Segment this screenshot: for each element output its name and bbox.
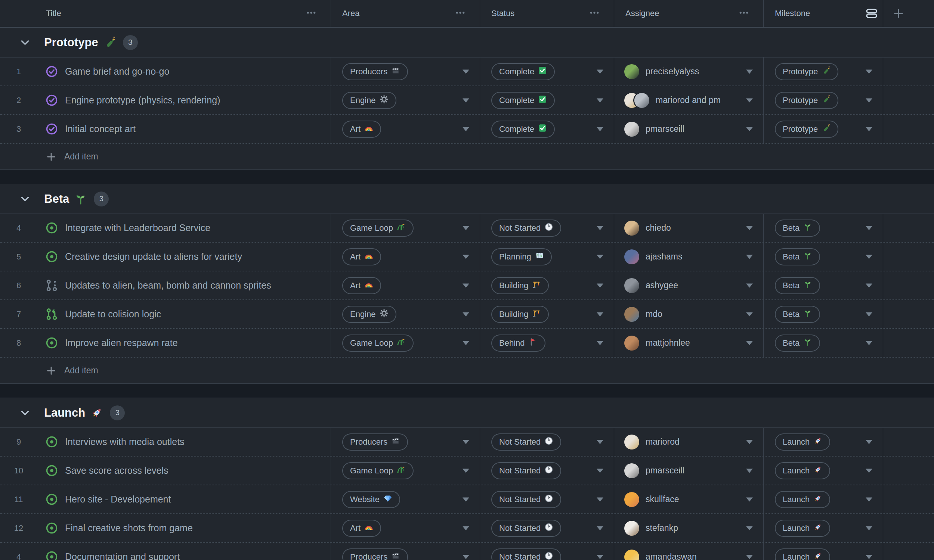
avatar-stack[interactable] <box>624 122 639 137</box>
dropdown-caret-icon[interactable] <box>866 98 872 102</box>
column-header-title[interactable]: Title <box>0 0 331 27</box>
avatar-stack[interactable] <box>624 278 639 293</box>
avatar[interactable] <box>624 335 639 351</box>
column-menu-icon[interactable] <box>455 8 465 19</box>
dropdown-caret-icon[interactable] <box>746 98 753 102</box>
status-pill[interactable]: Complete <box>491 92 555 109</box>
dropdown-caret-icon[interactable] <box>462 341 469 345</box>
avatar[interactable] <box>634 93 649 108</box>
dropdown-caret-icon[interactable] <box>596 69 603 74</box>
milestone-pill[interactable]: Launch <box>775 434 830 451</box>
dropdown-caret-icon[interactable] <box>596 469 603 472</box>
item-title-link[interactable]: Initial concept art <box>65 123 136 134</box>
item-title-link[interactable]: Documentation and support <box>65 551 180 560</box>
status-pill[interactable]: Not Started <box>491 520 561 537</box>
dropdown-caret-icon[interactable] <box>462 469 469 472</box>
assignee-name[interactable]: skullface <box>646 494 679 505</box>
assignee-name[interactable]: ashygee <box>646 280 678 291</box>
avatar[interactable] <box>624 64 639 79</box>
area-pill[interactable]: Producers <box>342 63 408 80</box>
column-header-area[interactable]: Area <box>331 0 480 27</box>
dropdown-caret-icon[interactable] <box>866 312 872 316</box>
dropdown-caret-icon[interactable] <box>746 469 753 472</box>
item-title-link[interactable]: Improve alien respawn rate <box>65 337 178 348</box>
dropdown-caret-icon[interactable] <box>596 312 603 316</box>
milestone-pill[interactable]: Prototype <box>775 121 838 138</box>
item-title-link[interactable]: Integrate with Leaderboard Service <box>65 223 210 233</box>
status-pill[interactable]: Planning <box>491 248 552 265</box>
area-pill[interactable]: Website <box>342 491 400 508</box>
status-pill[interactable]: Not Started <box>491 220 561 237</box>
add-item-button[interactable]: Add item <box>0 144 934 170</box>
status-pill[interactable]: Complete <box>491 121 555 138</box>
dropdown-caret-icon[interactable] <box>596 497 603 502</box>
avatar-stack[interactable] <box>624 307 639 322</box>
dropdown-caret-icon[interactable] <box>462 283 469 288</box>
dropdown-caret-icon[interactable] <box>866 341 872 345</box>
assignee-name[interactable]: mdo <box>646 309 663 319</box>
avatar-stack[interactable] <box>624 221 639 235</box>
avatar-stack[interactable] <box>624 463 639 478</box>
dropdown-caret-icon[interactable] <box>462 69 469 74</box>
assignee-name[interactable]: preciselyalyss <box>646 66 699 77</box>
avatar-stack[interactable] <box>624 492 639 507</box>
avatar-stack[interactable] <box>624 64 639 79</box>
chevron-down-icon[interactable] <box>19 37 31 48</box>
dropdown-caret-icon[interactable] <box>596 283 603 288</box>
dropdown-caret-icon[interactable] <box>866 497 872 502</box>
milestone-pill[interactable]: Prototype <box>775 63 838 80</box>
plus-icon[interactable] <box>893 8 904 19</box>
milestone-pill[interactable]: Launch <box>775 491 830 508</box>
milestone-pill[interactable]: Prototype <box>775 92 838 109</box>
assignee-name[interactable]: chiedo <box>646 223 671 233</box>
status-pill[interactable]: Not Started <box>491 491 561 508</box>
assignee-name[interactable]: amandaswan <box>646 552 697 560</box>
dropdown-caret-icon[interactable] <box>746 283 753 288</box>
dropdown-caret-icon[interactable] <box>746 127 753 131</box>
avatar-stack[interactable] <box>624 93 649 108</box>
dropdown-caret-icon[interactable] <box>866 555 872 559</box>
dropdown-caret-icon[interactable] <box>746 226 753 230</box>
item-title-link[interactable]: Engine prototype (physics, rendering) <box>65 95 220 106</box>
dropdown-caret-icon[interactable] <box>866 255 872 259</box>
milestone-pill[interactable]: Beta <box>775 277 820 294</box>
column-header-milestone[interactable]: Milestone <box>764 0 883 27</box>
area-pill[interactable]: Producers <box>342 434 408 451</box>
dropdown-caret-icon[interactable] <box>462 555 469 559</box>
area-pill[interactable]: Game Loop <box>342 220 413 237</box>
avatar[interactable] <box>624 122 639 137</box>
area-pill[interactable]: Art <box>342 520 381 537</box>
status-pill[interactable]: Not Started <box>491 548 561 560</box>
dropdown-caret-icon[interactable] <box>746 440 753 444</box>
area-pill[interactable]: Game Loop <box>342 334 413 352</box>
avatar[interactable] <box>624 221 639 235</box>
assignee-name[interactable]: ajashams <box>646 252 682 262</box>
status-pill[interactable]: Not Started <box>491 462 561 479</box>
dropdown-caret-icon[interactable] <box>746 526 753 530</box>
area-pill[interactable]: Art <box>342 121 381 138</box>
item-title-link[interactable]: Hero site - Developement <box>65 494 171 505</box>
dropdown-caret-icon[interactable] <box>746 555 753 559</box>
chevron-down-icon[interactable] <box>19 407 31 418</box>
avatar-stack[interactable] <box>624 249 639 264</box>
status-pill[interactable]: Behind <box>491 334 546 352</box>
column-menu-icon[interactable] <box>738 8 749 19</box>
milestone-pill[interactable]: Beta <box>775 220 820 237</box>
column-header-assignee[interactable]: Assignee <box>614 0 764 27</box>
area-pill[interactable]: Producers <box>342 548 408 560</box>
milestone-pill[interactable]: Beta <box>775 306 820 323</box>
item-title-link[interactable]: Interviews with media outlets <box>65 437 185 447</box>
item-title-link[interactable]: Save score across levels <box>65 465 168 476</box>
dropdown-caret-icon[interactable] <box>462 497 469 502</box>
dropdown-caret-icon[interactable] <box>596 255 603 259</box>
status-pill[interactable]: Not Started <box>491 434 561 451</box>
dropdown-caret-icon[interactable] <box>462 98 469 102</box>
dropdown-caret-icon[interactable] <box>462 312 469 316</box>
dropdown-caret-icon[interactable] <box>462 440 469 444</box>
milestone-pill[interactable]: Launch <box>775 462 830 479</box>
avatar-stack[interactable] <box>624 335 639 351</box>
dropdown-caret-icon[interactable] <box>462 226 469 230</box>
assignee-name[interactable]: pmarsceill <box>646 124 684 134</box>
status-pill[interactable]: Building <box>491 277 549 294</box>
dropdown-caret-icon[interactable] <box>866 127 872 131</box>
